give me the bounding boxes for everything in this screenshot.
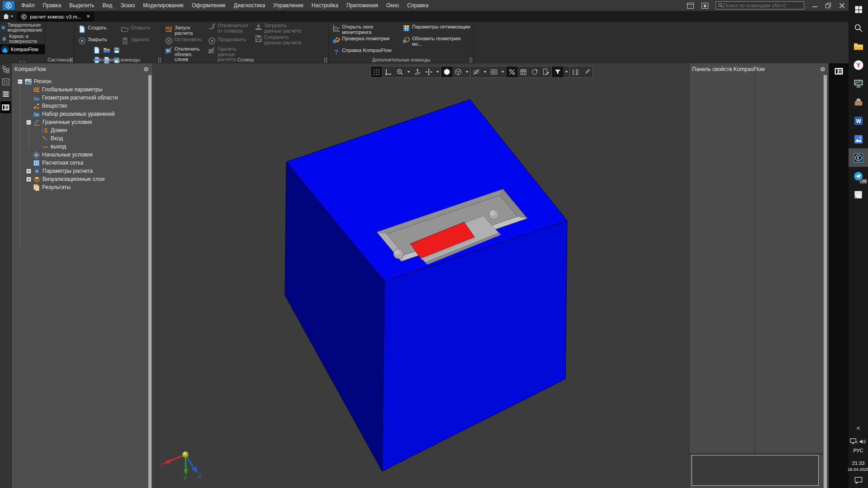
word-icon[interactable]: W (849, 111, 868, 130)
cube-fragment-button[interactable] (529, 66, 540, 77)
menu-management[interactable]: Управление (269, 0, 308, 11)
tree-item-visualization-layers[interactable]: + Визуализационные слои (26, 175, 104, 183)
file-explorer-icon[interactable] (849, 37, 868, 56)
cube-body[interactable] (285, 99, 567, 471)
tree-panel-gear-icon[interactable] (143, 66, 149, 72)
shaded-display-button[interactable] (441, 66, 452, 77)
system-monitor-icon[interactable] (849, 74, 868, 93)
check-geometry-button[interactable]: Проверка геометрии (332, 36, 396, 44)
group-grip[interactable] (158, 57, 161, 62)
tab-close-icon[interactable]: ✕ (86, 14, 90, 19)
optimization-parameters-button[interactable]: Параметры оптимизации (403, 24, 470, 32)
kompasflow-tree-panel-icon[interactable] (0, 101, 11, 113)
close-project-button[interactable]: Закрыть (78, 37, 119, 45)
network-icon[interactable] (850, 438, 858, 445)
filter-dropdown-icon[interactable] (563, 66, 569, 77)
probe-button[interactable] (581, 66, 593, 77)
viewport-3d[interactable]: X Y Z (152, 63, 689, 488)
search-input[interactable] (723, 3, 802, 8)
home-icon[interactable] (3, 13, 9, 19)
group-grip[interactable] (469, 57, 472, 62)
kompasflow-help-button[interactable]: ? Справка KompasFlow (332, 48, 396, 56)
window-layout-icon[interactable] (686, 2, 695, 9)
properties-panel-tab-icon[interactable] (833, 66, 844, 76)
tree-item-substance[interactable]: Вещество (33, 102, 67, 110)
tree-item-results[interactable]: Результаты (33, 183, 71, 191)
yandex-browser-icon[interactable]: Y (849, 56, 868, 74)
zoom-dropdown-icon[interactable] (405, 66, 412, 77)
collapse-icon[interactable]: − (18, 79, 23, 84)
menu-sketch[interactable]: Эскиз (116, 0, 139, 11)
tree-item-equation-set[interactable]: Набор решаемых уравнений (33, 110, 114, 118)
move-dropdown-icon[interactable] (434, 66, 441, 77)
tree-item-region[interactable]: − Регион (18, 77, 52, 85)
continue-calculation-button[interactable]: Продолжить (208, 37, 252, 45)
sticky-notes-icon[interactable] (849, 185, 868, 204)
grid-snap-button[interactable] (371, 66, 382, 77)
ribbon-collapse-chevron[interactable]: ⌄⌄ (0, 58, 45, 63)
visibility-dropdown-icon[interactable] (499, 66, 506, 77)
hide-objects-button[interactable] (470, 66, 482, 77)
display-dropdown-icon[interactable] (464, 66, 470, 77)
local-csys-button[interactable] (383, 66, 394, 77)
collapse-icon[interactable]: − (26, 120, 31, 125)
filter-button[interactable] (552, 66, 563, 77)
delete-project-button[interactable]: Удалить (121, 37, 162, 45)
menu-help[interactable]: Справка (403, 0, 432, 11)
window-settings-icon[interactable] (700, 2, 709, 9)
properties-scrollbar[interactable] (823, 75, 827, 488)
menu-window[interactable]: Окно (382, 0, 403, 11)
menu-file[interactable]: Файл (17, 0, 39, 11)
expand-icon[interactable]: + (26, 177, 31, 182)
clock-date[interactable]: 18.04.2025 (848, 466, 868, 473)
mesh-view-button[interactable] (517, 66, 529, 77)
edit-document-button[interactable] (540, 66, 551, 77)
minimize-button[interactable] (808, 0, 821, 11)
clip-section-button[interactable] (506, 66, 517, 77)
restore-button[interactable] (821, 0, 835, 11)
group-grip[interactable] (70, 57, 73, 62)
tree-item-inlet[interactable]: Вход (42, 134, 63, 142)
ribbon-tab-solid-modeling[interactable]: Твердотельное моделирование (0, 22, 45, 33)
close-button[interactable] (835, 0, 849, 11)
orientation-button[interactable] (412, 66, 423, 77)
disconnect-solver-button[interactable]: x Отключиться от солвера (208, 23, 252, 33)
home-dropdown-icon[interactable] (10, 15, 14, 18)
menu-applications[interactable]: Приложения (342, 0, 382, 11)
open-monitoring-window-button[interactable]: Открыть окно мониторинга (332, 24, 396, 35)
boxed-character-app-icon[interactable] (849, 93, 868, 111)
menu-select[interactable]: Выделить (65, 0, 98, 11)
photos-app-icon[interactable] (849, 130, 868, 148)
layers-list-panel-icon[interactable] (1, 89, 10, 99)
taskbar-search-icon[interactable] (849, 19, 868, 37)
open-project-button[interactable]: Открыть (121, 25, 162, 33)
tree-item-calculation-parameters[interactable]: + Параметры расчета (26, 167, 93, 175)
tree-structure-panel-icon[interactable] (1, 65, 10, 74)
group-grip[interactable] (324, 57, 327, 62)
menu-edit[interactable]: Правка (39, 0, 66, 11)
clock-time[interactable]: 21:33 (852, 460, 865, 466)
load-calculation-data-button[interactable]: Загрузить данные расчета (255, 23, 304, 33)
checklist-panel-icon[interactable] (1, 77, 10, 86)
tree-item-global-parameters[interactable]: Глобальные параметры (33, 85, 102, 94)
measure-button[interactable] (570, 66, 581, 77)
language-indicator[interactable]: РУС (853, 447, 863, 454)
hide-dropdown-icon[interactable] (482, 66, 488, 77)
expand-icon[interactable]: + (26, 169, 31, 174)
update-geometry-button[interactable]: Обновить геометрию мо... (403, 36, 470, 47)
ribbon-tab-kompasflow[interactable]: KompasFlow (0, 44, 45, 54)
menu-modeling[interactable]: Моделирование (139, 0, 188, 11)
menu-settings[interactable]: Настройка (308, 0, 342, 11)
move-component-button[interactable] (423, 66, 434, 77)
tree-item-initial-conditions[interactable]: Начальные условия (33, 151, 93, 159)
create-project-button[interactable]: Создать (78, 25, 119, 33)
visibility-area-button[interactable] (488, 66, 499, 77)
tree-item-outlet[interactable]: выход (42, 142, 66, 151)
zoom-button[interactable] (394, 66, 405, 77)
run-calculation-button[interactable]: 012 Запуск расчета (165, 25, 207, 36)
kompas-3d-app-icon[interactable] (849, 148, 868, 167)
tree-scrollbar[interactable] (148, 75, 152, 488)
properties-column-splitter[interactable] (754, 75, 755, 454)
wireframe-display-button[interactable] (452, 66, 464, 77)
tree-item-mesh[interactable]: Расчетная сетка (33, 159, 83, 167)
